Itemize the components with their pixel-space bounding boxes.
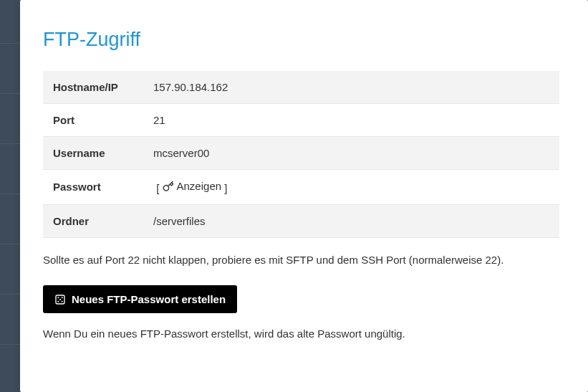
- show-password-label: Anzeigen: [177, 180, 222, 192]
- port-hint-text: Sollte es auf Port 22 nicht klappen, pro…: [43, 252, 559, 269]
- show-password-button[interactable]: Anzeigen: [163, 180, 222, 192]
- row-ordner: Ordner /serverfiles: [43, 204, 559, 237]
- password-note-text: Wenn Du ein neues FTP-Passwort erstellst…: [43, 326, 559, 343]
- svg-point-5: [62, 300, 63, 302]
- svg-point-3: [59, 299, 61, 300]
- label-ordner: Ordner: [43, 204, 143, 237]
- value-ordner: /serverfiles: [143, 204, 559, 237]
- new-ftp-password-label: Neues FTP-Passwort erstellen: [72, 293, 226, 305]
- label-username: Username: [43, 137, 143, 170]
- ftp-access-card: FTP-Zugriff Hostname/IP 157.90.184.162 P…: [20, 0, 588, 392]
- label-port: Port: [43, 104, 143, 137]
- dice-icon: [54, 294, 66, 305]
- card-title: FTP-Zugriff: [43, 29, 559, 51]
- label-hostname: Hostname/IP: [43, 71, 143, 104]
- key-icon: [163, 181, 174, 192]
- row-passwort: Passwort [ Anzeigen ]: [43, 170, 559, 205]
- value-hostname: 157.90.184.162: [143, 71, 559, 104]
- row-hostname: Hostname/IP 157.90.184.162: [43, 71, 559, 104]
- svg-point-1: [57, 297, 59, 298]
- sidebar-edge: [0, 0, 21, 392]
- value-passwort: [ Anzeigen ]: [143, 170, 559, 205]
- value-port: 21: [143, 104, 559, 137]
- label-passwort: Passwort: [43, 170, 143, 205]
- ftp-info-table: Hostname/IP 157.90.184.162 Port 21 Usern…: [43, 71, 559, 238]
- new-ftp-password-button[interactable]: Neues FTP-Passwort erstellen: [43, 285, 237, 313]
- value-username: mcserver00: [143, 137, 559, 170]
- row-port: Port 21: [43, 104, 559, 137]
- row-username: Username mcserver00: [43, 137, 559, 170]
- svg-point-4: [57, 300, 59, 302]
- svg-point-2: [62, 297, 63, 298]
